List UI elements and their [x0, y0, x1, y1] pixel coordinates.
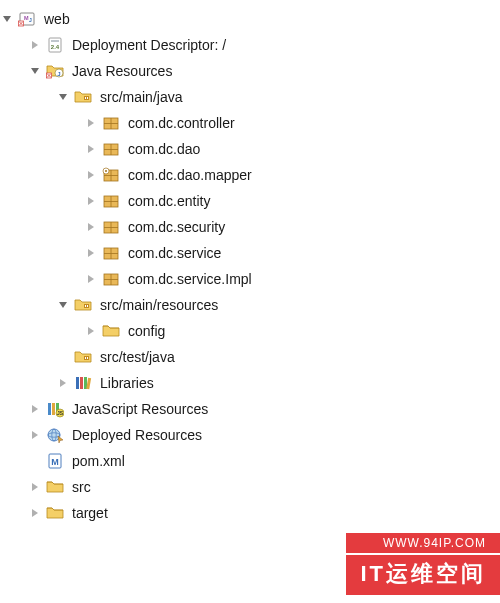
tree-item-pkg-security[interactable]: com.dc.security: [0, 214, 500, 240]
tree-label: pom.xml: [70, 453, 127, 469]
maven-pom-icon: [46, 452, 64, 470]
tree-item-java-resources[interactable]: Java Resources: [0, 58, 500, 84]
tree-label: Java Resources: [70, 63, 174, 79]
folder-icon: [46, 504, 64, 522]
tree-item-pkg-service[interactable]: com.dc.service: [0, 240, 500, 266]
tree-item-config[interactable]: config: [0, 318, 500, 344]
package-icon: [102, 270, 120, 288]
tree-label: com.dc.service.Impl: [126, 271, 254, 287]
tree-item-pkg-dao[interactable]: com.dc.dao: [0, 136, 500, 162]
tree-label: JavaScript Resources: [70, 401, 210, 417]
twisty-collapsed-icon[interactable]: [84, 142, 98, 156]
tree-label: web: [42, 11, 72, 27]
source-folder-icon: [74, 296, 92, 314]
libraries-icon: [74, 374, 92, 392]
twisty-expanded-icon[interactable]: [56, 90, 70, 104]
twisty-collapsed-icon[interactable]: [28, 402, 42, 416]
tree-item-deployed-resources[interactable]: Deployed Resources: [0, 422, 500, 448]
tree-item-javascript-resources[interactable]: JavaScript Resources: [0, 396, 500, 422]
twisty-collapsed-icon[interactable]: [28, 480, 42, 494]
tree-item-pkg-service-impl[interactable]: com.dc.service.Impl: [0, 266, 500, 292]
tree-item-pom-xml[interactable]: pom.xml: [0, 448, 500, 474]
tree-item-src-test-java[interactable]: src/test/java: [0, 344, 500, 370]
tree-label: src/main/resources: [98, 297, 220, 313]
tree-item-src[interactable]: src: [0, 474, 500, 500]
twisty-collapsed-icon[interactable]: [28, 506, 42, 520]
javascript-libraries-icon: [46, 400, 64, 418]
twisty-collapsed-icon[interactable]: [84, 246, 98, 260]
twisty-expanded-icon[interactable]: [0, 12, 14, 26]
tree-item-web[interactable]: web: [0, 6, 500, 32]
tree-label: com.dc.service: [126, 245, 223, 261]
tree-label: Deployment Descriptor: /: [70, 37, 228, 53]
tree-label: com.dc.entity: [126, 193, 212, 209]
package-icon: [102, 244, 120, 262]
twisty-collapsed-icon[interactable]: [56, 376, 70, 390]
tree-label: com.dc.security: [126, 219, 227, 235]
twisty-collapsed-icon[interactable]: [84, 324, 98, 338]
project-tree: web Deployment Descriptor: / Java Resour…: [0, 0, 500, 526]
tree-item-deployment-descriptor[interactable]: Deployment Descriptor: /: [0, 32, 500, 58]
twisty-expanded-icon[interactable]: [56, 298, 70, 312]
package-decorated-icon: [102, 166, 120, 184]
tree-label: target: [70, 505, 110, 521]
tree-item-src-main-java[interactable]: src/main/java: [0, 84, 500, 110]
tree-label: config: [126, 323, 167, 339]
tree-label: com.dc.controller: [126, 115, 237, 131]
tree-item-libraries[interactable]: Libraries: [0, 370, 500, 396]
tree-item-pkg-entity[interactable]: com.dc.entity: [0, 188, 500, 214]
tree-label: src: [70, 479, 93, 495]
project-icon: [18, 10, 36, 28]
package-icon: [102, 192, 120, 210]
twisty-collapsed-icon[interactable]: [84, 116, 98, 130]
deployed-resources-icon: [46, 426, 64, 444]
tree-label: com.dc.dao: [126, 141, 202, 157]
tree-item-pkg-dao-mapper[interactable]: com.dc.dao.mapper: [0, 162, 500, 188]
tree-label: src/test/java: [98, 349, 177, 365]
twisty-collapsed-icon[interactable]: [84, 168, 98, 182]
watermark-url: WWW.94IP.COM: [346, 533, 500, 553]
tree-label: src/main/java: [98, 89, 184, 105]
source-folder-icon: [74, 348, 92, 366]
deployment-descriptor-icon: [46, 36, 64, 54]
tree-item-target[interactable]: target: [0, 500, 500, 526]
package-icon: [102, 140, 120, 158]
tree-item-pkg-controller[interactable]: com.dc.controller: [0, 110, 500, 136]
tree-item-src-main-resources[interactable]: src/main/resources: [0, 292, 500, 318]
twisty-collapsed-icon[interactable]: [28, 38, 42, 52]
package-icon: [102, 114, 120, 132]
twisty-expanded-icon[interactable]: [28, 64, 42, 78]
folder-icon: [102, 322, 120, 340]
twisty-collapsed-icon[interactable]: [28, 428, 42, 442]
twisty-collapsed-icon[interactable]: [84, 194, 98, 208]
twisty-collapsed-icon[interactable]: [84, 272, 98, 286]
package-icon: [102, 218, 120, 236]
twisty-collapsed-icon[interactable]: [84, 220, 98, 234]
tree-label: com.dc.dao.mapper: [126, 167, 254, 183]
java-resources-icon: [46, 62, 64, 80]
source-folder-icon: [74, 88, 92, 106]
tree-label: Libraries: [98, 375, 156, 391]
watermark-title: IT运维空间: [346, 555, 500, 595]
tree-label: Deployed Resources: [70, 427, 204, 443]
watermark-banner: WWW.94IP.COM IT运维空间: [346, 533, 500, 595]
folder-icon: [46, 478, 64, 496]
